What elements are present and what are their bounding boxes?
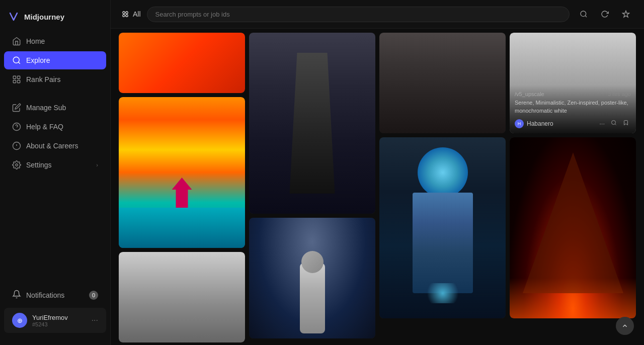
svg-point-0: [13, 57, 19, 63]
svg-point-12: [123, 12, 125, 14]
home-icon: [12, 37, 21, 46]
gallery-card[interactable]: [510, 137, 636, 318]
card-actions: ···: [597, 119, 631, 128]
bell-icon: [12, 290, 21, 300]
rank-icon: [12, 75, 21, 84]
svg-rect-4: [13, 80, 16, 83]
gallery[interactable]: /v5_upscale 3 hrs ago Serene, Minimalist…: [111, 29, 644, 345]
topbar-all-filter[interactable]: All: [121, 10, 141, 19]
gallery-card[interactable]: [119, 33, 245, 93]
settings-arrow-icon: ›: [96, 162, 98, 168]
user-name: YuriEfremov: [32, 314, 68, 321]
sidebar-rank-label: Rank Pairs: [26, 75, 60, 83]
sidebar-manage-label: Manage Sub: [26, 104, 66, 112]
user-more-icon[interactable]: ···: [92, 316, 98, 325]
topbar: All: [111, 0, 644, 29]
gallery-card[interactable]: [379, 33, 506, 133]
search-input[interactable]: [147, 7, 570, 22]
sidebar-item-about-careers[interactable]: About & Careers: [4, 137, 106, 155]
user-id: #5243: [32, 321, 68, 327]
card-bookmark-button[interactable]: [621, 119, 631, 128]
all-label: All: [133, 10, 141, 18]
sidebar-help-label: Help & FAQ: [26, 123, 63, 131]
card-command: /v5_upscale: [515, 91, 544, 97]
card-user-avatar: H: [515, 119, 524, 128]
card-overlay: /v5_upscale 3 hrs ago Serene, Minimalist…: [510, 85, 636, 133]
notification-count-badge: 0: [89, 291, 98, 300]
svg-point-18: [612, 121, 616, 125]
svg-rect-5: [18, 80, 20, 83]
sidebar-item-notifications[interactable]: Notifications 0: [4, 285, 106, 305]
gallery-card[interactable]: [249, 33, 375, 214]
sidebar: Midjourney Home Explore: [0, 0, 111, 345]
logo-text: Midjourney: [24, 13, 64, 21]
sidebar-about-label: About & Careers: [26, 142, 78, 150]
card-time: 3 hrs ago: [608, 91, 631, 97]
logo-icon: [8, 11, 19, 22]
logo[interactable]: Midjourney: [0, 8, 110, 32]
main-content: All: [111, 0, 644, 345]
svg-point-16: [581, 11, 586, 17]
sparkle-button[interactable]: [618, 6, 634, 22]
help-icon: [12, 122, 21, 131]
svg-rect-3: [18, 76, 20, 78]
svg-point-15: [126, 15, 128, 17]
nav-items: Home Explore Rank Pairs: [0, 32, 110, 174]
about-icon: [12, 141, 21, 150]
svg-rect-2: [13, 76, 16, 78]
sidebar-item-help-faq[interactable]: Help & FAQ: [4, 118, 106, 136]
sidebar-item-explore[interactable]: Explore: [4, 51, 106, 69]
card-prompt: Serene, Minimalistic, Zen-inspired, post…: [515, 99, 631, 115]
gallery-col-2: [249, 33, 375, 338]
card-search-button[interactable]: [609, 119, 619, 128]
sidebar-item-rank-pairs[interactable]: Rank Pairs: [4, 70, 106, 89]
user-info: YuriEfremov #5243: [32, 314, 68, 327]
svg-line-17: [585, 16, 587, 17]
sidebar-item-home[interactable]: Home: [4, 32, 106, 50]
discord-icon: ⊕: [17, 317, 23, 324]
topbar-icons: [576, 6, 634, 22]
svg-point-13: [126, 12, 128, 14]
notifications-label: Notifications: [26, 291, 64, 299]
search-button[interactable]: [576, 6, 592, 22]
gallery-col-1: [119, 33, 245, 342]
gallery-card[interactable]: [249, 218, 375, 338]
gallery-col-3: [379, 33, 506, 318]
svg-point-11: [16, 164, 18, 166]
gallery-card[interactable]: [119, 252, 245, 342]
manage-icon: [12, 103, 21, 112]
gallery-card-hovered[interactable]: /v5_upscale 3 hrs ago Serene, Minimalist…: [510, 33, 636, 133]
explore-icon: [12, 56, 21, 65]
user-avatar: ⊕: [12, 313, 27, 328]
gallery-card[interactable]: [119, 97, 245, 248]
sidebar-item-manage-sub[interactable]: Manage Sub: [4, 99, 106, 117]
sidebar-settings-label: Settings: [26, 161, 52, 169]
sidebar-item-settings[interactable]: Settings ›: [4, 156, 106, 174]
user-profile[interactable]: ⊕ YuriEfremov #5243 ···: [4, 308, 106, 333]
gallery-col-4: /v5_upscale 3 hrs ago Serene, Minimalist…: [510, 33, 636, 318]
scroll-to-top-button[interactable]: [616, 317, 634, 335]
svg-point-14: [123, 15, 125, 17]
refresh-button[interactable]: [597, 6, 613, 22]
svg-line-19: [615, 124, 616, 125]
card-username: Habanero: [527, 120, 594, 127]
sidebar-explore-label: Explore: [26, 56, 50, 64]
settings-icon: [12, 160, 21, 169]
masonry-grid: /v5_upscale 3 hrs ago Serene, Minimalist…: [119, 33, 636, 342]
sidebar-home-label: Home: [26, 37, 45, 45]
svg-line-1: [18, 62, 20, 63]
gallery-card[interactable]: [379, 137, 506, 318]
svg-point-6: [13, 123, 21, 131]
sidebar-bottom: Notifications 0 ⊕ YuriEfremov #5243 ···: [0, 285, 110, 337]
card-more-button[interactable]: ···: [597, 119, 607, 128]
